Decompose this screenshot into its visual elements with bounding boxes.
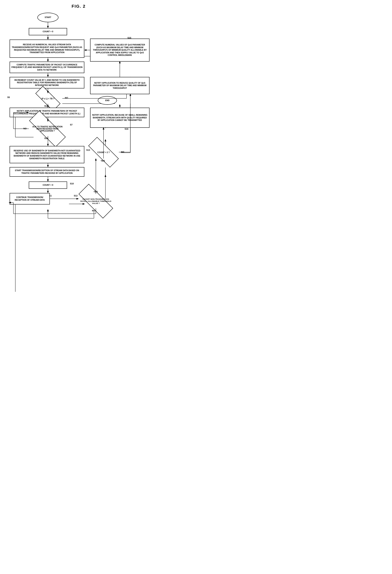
yes-label-ack: YES [44, 137, 48, 140]
notify-small: NOTIFY APPLICATION, BECAUSE OF SMALL REM… [90, 108, 150, 128]
no-label-c2: NO [121, 151, 124, 153]
no-label-ack: NO [23, 127, 27, 130]
compute-qos: COMPUTE NUMERAL VALUES OF QoS PARAMETER … [90, 39, 150, 62]
s7-label: S7 [70, 123, 73, 126]
increment-box: INCREMENT COUNT VALUE BY 1 AND REFER TO … [10, 77, 84, 88]
diamond-ack: ACK TO TRAFFIC NOTIFICATION BEEN RECEIVE… [29, 122, 66, 136]
count0-mid: COUNT = 0 [29, 182, 67, 189]
notify-traffic: NOTIFY APPLICATION OF TRAFFIC PARAMETERS… [10, 108, 84, 117]
start-node: START [37, 13, 59, 22]
reserve-box: RESERVE USE OF BANDWIDTH OF BANDWIDTH-NO… [10, 146, 84, 163]
no-label-pkt: NO [92, 209, 95, 212]
start-transmission: START TRANSMISSION/RECEPTION OF STREAM D… [10, 167, 84, 177]
s10-label: S10 [70, 183, 74, 185]
receive-box: RECEIVE AS NUMERICAL VALUES STREAM DATA … [10, 40, 84, 58]
yes-label-pkt: YES [94, 190, 98, 193]
continue-box: CONTINUE TRANSMISSION/ RECEPTION OF STRE… [10, 193, 50, 205]
compute-traffic: COMPUTE TRAFFIC PARAMETERS OF PACKET OCC… [10, 62, 84, 73]
s16-label: S16 [125, 128, 128, 130]
count0-top: COUNT = 0 [29, 28, 67, 35]
diamond-count2: COUNT = 2 ? NO YES [88, 146, 119, 159]
no-label-pxl: NO [65, 97, 68, 99]
diamond-packet: PACKET NON-TRANSMISSION RATIO > ALLOWABL… [78, 194, 113, 208]
diamond-pxl: (P x L) < TB ? NO YES [34, 93, 62, 104]
notify-reduce: NOTIFY APPLICATION TO REDUCE QUALITY OF … [90, 77, 150, 94]
yes-label-pxl: YES [44, 105, 48, 107]
end-node: END [98, 96, 117, 105]
s12-label: S12 [74, 195, 78, 197]
diagram-container: FIG. 2 [4, 4, 153, 316]
yes-label-c2: YES [101, 160, 105, 162]
s5-label: S5 [7, 96, 10, 98]
fig-title: FIG. 2 [4, 4, 153, 9]
